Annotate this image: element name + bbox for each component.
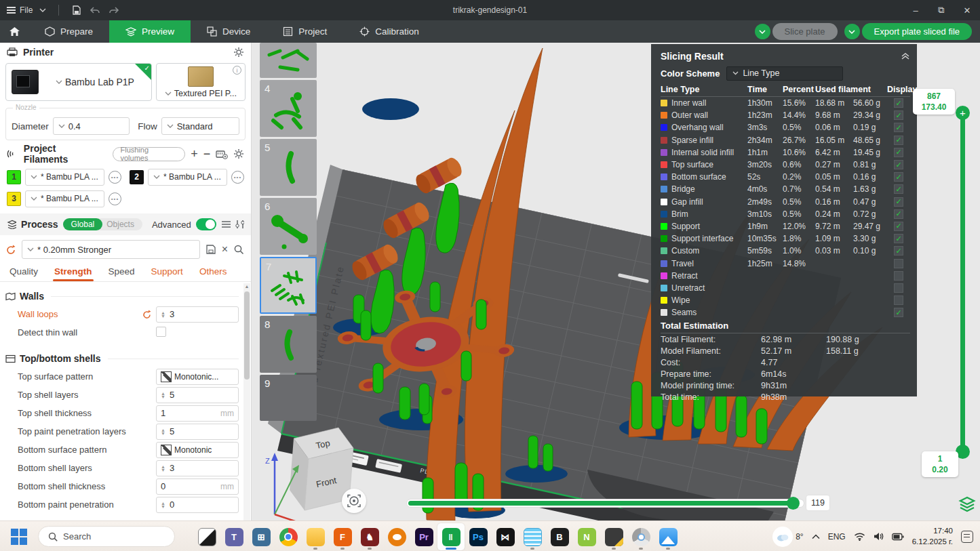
display-checkbox[interactable]: ✓ [894,160,903,169]
tab-strength[interactable]: Strength [46,266,100,281]
display-checkbox[interactable]: ✓ [894,209,903,219]
tab-device[interactable]: Device [191,20,267,43]
notification-center-icon[interactable] [961,531,973,543]
taskbar-file-explorer-icon[interactable] [302,523,329,550]
tab-calibration[interactable]: Calibration [343,20,435,43]
filament-1-select[interactable]: * Bambu PLA ... [25,169,104,186]
flow-select[interactable]: Standard [161,117,239,135]
minimize-button[interactable]: – [903,0,928,20]
display-checkbox[interactable]: ✓ [894,283,903,293]
language-indicator[interactable]: ENG [828,532,846,542]
tab-prepare[interactable]: Prepare [28,20,109,43]
slice-plate-button[interactable]: Slice plate [772,23,838,40]
printer-selector[interactable]: ✓ Bambu Lab P1P [5,63,152,101]
plate-thumb-3[interactable] [260,43,317,78]
taskbar-clock[interactable]: 17:40 6.12.2025 г. [912,526,953,547]
wifi-icon[interactable] [854,532,865,541]
save-file-icon[interactable] [71,5,82,16]
filament-1-color-swatch[interactable]: 1 [7,170,21,184]
diameter-select[interactable]: 0.4 [53,117,130,135]
layer-slider-track[interactable] [960,113,965,451]
battery-icon[interactable] [892,533,904,541]
export-plate-button[interactable]: Export plate sliced file [862,23,972,40]
plate-thumb-8[interactable]: 8 [260,316,317,373]
taskbar-notepadpp-icon[interactable]: N [573,523,600,550]
taskbar-notepad-icon[interactable] [519,523,546,550]
display-checkbox[interactable]: ✓ [894,110,903,120]
bottom-shell-layers-stepper[interactable]: ▲▼3 [156,460,239,476]
slice-dropdown-button[interactable] [755,24,770,39]
bottom-shell-thickness-input[interactable]: 0mm [156,478,239,495]
top-shell-thickness-input[interactable]: 1mm [156,405,239,422]
taskbar-search[interactable]: Search [38,526,175,547]
taskbar-chrome-profile-icon[interactable] [627,523,654,550]
step-slider-track[interactable] [407,499,804,507]
wall-loops-reset-icon[interactable] [142,310,152,319]
display-checkbox[interactable]: ✓ [894,222,903,231]
taskbar-task-view-icon[interactable] [193,523,220,550]
tray-expand-chevron-icon[interactable] [812,534,820,539]
collapse-panel-icon[interactable] [901,52,910,60]
filament-3-select[interactable]: * Bambu PLA ... [25,190,104,207]
display-checkbox[interactable]: ✓ [894,184,903,194]
filament-2-select[interactable]: * Bambu PLA ... [148,169,227,186]
taskbar-fbx-app-icon[interactable]: F [329,523,356,550]
taskbar-capcut-icon[interactable]: ⋈ [492,523,519,550]
filament-settings-gear-icon[interactable] [233,148,244,159]
ams-sync-icon[interactable] [216,149,228,159]
display-checkbox[interactable]: ✓ [894,98,903,108]
taskbar-bambu-studio-icon[interactable]: ‖ [437,523,465,550]
display-checkbox[interactable]: ✓ [894,308,903,317]
info-icon[interactable]: i [233,66,241,75]
tab-quality[interactable]: Quality [1,266,46,281]
process-global-tab[interactable]: Global [63,218,103,230]
plate-type-selector[interactable]: i Textured PEI P... [156,63,246,101]
volume-icon[interactable] [874,532,884,541]
reset-preset-icon[interactable] [5,245,16,255]
tab-project[interactable]: Project [267,20,343,43]
orbit-camera-button[interactable] [342,489,366,513]
plate-thumb-4[interactable]: 4 [260,80,317,137]
home-button[interactable] [0,20,28,43]
filament-2-menu-button[interactable]: ••• [231,171,244,184]
file-menu-button[interactable]: File [7,5,33,15]
printer-settings-gear-icon[interactable] [233,47,244,58]
top-paint-penetration-stepper[interactable]: ▲▼5 [156,424,239,440]
chevron-down-icon[interactable] [39,8,46,12]
start-button[interactable] [11,529,27,545]
display-checkbox[interactable]: ✓ [894,136,903,145]
scrollbar-thumb[interactable] [244,291,250,380]
color-scheme-select[interactable]: Line Type [726,66,843,81]
plate-thumb-6[interactable]: 6 [260,198,317,255]
filament-3-color-swatch[interactable]: 3 [7,192,21,206]
bottom-paint-penetration-stepper[interactable]: ▲▼0 [156,497,239,513]
flushing-volumes-button[interactable]: Flushing volumes [113,147,185,161]
plate-thumb-9[interactable]: 9 [260,375,317,421]
top-shell-layers-stepper[interactable]: ▲▼5 [156,387,239,403]
close-button[interactable]: ✕ [954,0,980,20]
taskbar-premiere-icon[interactable]: Pr [410,523,437,550]
display-checkbox[interactable]: ✓ [894,234,903,243]
taskbar-weather-widget[interactable]: 8° [772,527,803,547]
display-checkbox[interactable]: ✓ [894,259,903,268]
taskbar-blender-icon[interactable] [383,523,410,550]
bottom-surface-pattern-select[interactable]: Monotonic [156,442,239,458]
wall-loops-stepper[interactable]: ▲▼ 3 [156,306,239,323]
tab-speed[interactable]: Speed [100,266,143,281]
process-objects-tab[interactable]: Objects [102,218,142,230]
filament-3-menu-button[interactable]: ••• [109,192,121,205]
export-dropdown-button[interactable] [844,24,860,39]
params-scrollbar[interactable]: ▲ ▼ [243,283,250,531]
undo-icon[interactable] [89,5,101,15]
delete-preset-icon[interactable]: × [222,243,228,256]
plate-thumb-7-selected[interactable]: 7 [260,257,317,314]
plate-thumb-5[interactable]: 5 [260,139,317,196]
taskbar-chrome-icon[interactable] [275,523,302,550]
redo-icon[interactable] [108,5,120,15]
tab-support[interactable]: Support [143,266,191,281]
detect-thin-wall-checkbox[interactable] [156,327,166,337]
filament-2-color-swatch[interactable]: 2 [130,170,144,184]
display-checkbox[interactable]: ✓ [894,148,903,157]
layers-view-icon[interactable] [958,495,976,513]
filament-1-menu-button[interactable]: ••• [109,171,121,184]
